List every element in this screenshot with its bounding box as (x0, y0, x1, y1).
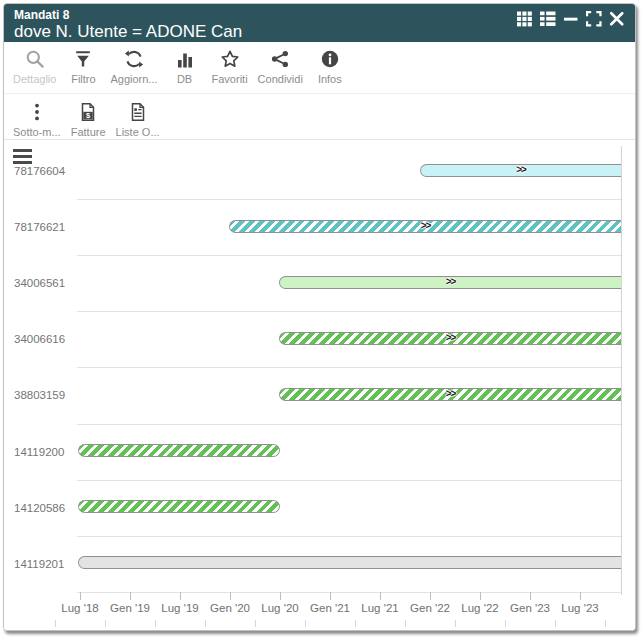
gantt-chart: 78176604>>78176621>>34006561>>34006616>>… (4, 140, 635, 630)
list-doc-icon (128, 101, 148, 123)
gantt-bar[interactable] (78, 444, 280, 457)
minimize-icon[interactable] (563, 11, 579, 26)
gantt-bar[interactable]: >> (279, 276, 621, 289)
bottom-axis-tick (255, 620, 256, 627)
row-separator (77, 592, 622, 593)
toolbar-button-sotto-m[interactable]: Sotto-m... (8, 101, 66, 138)
axis-tick (280, 592, 281, 600)
axis-tick-label: Gen '23 (510, 602, 550, 614)
axis-tick (480, 592, 481, 600)
row-separator (77, 536, 622, 537)
axis-tick-label: Gen '19 (110, 602, 150, 614)
continues-arrow: >> (421, 221, 431, 231)
axis-tick-label: Lug '19 (161, 602, 198, 614)
toolbar-button-fatture[interactable]: $Fatture (66, 101, 111, 138)
toolbar-button-filtro[interactable]: Filtro (61, 48, 105, 85)
toolbar-button-label: Filtro (71, 73, 95, 85)
close-icon[interactable] (609, 11, 625, 26)
bottom-axis-tick (455, 620, 456, 627)
toolbar-button-label: Aggiorn... (110, 73, 157, 85)
app-window: Mandati 8 dove N. Utente = ADONE Can Det… (3, 3, 636, 631)
bottom-axis-tick (155, 620, 156, 627)
star-icon (220, 48, 240, 70)
bar-chart-icon (175, 48, 195, 70)
toolbar-button-infos[interactable]: Infos (308, 48, 352, 85)
toolbar-button-label: Fatture (71, 126, 106, 138)
bottom-axis-tick (605, 620, 606, 627)
kebab-icon (27, 101, 47, 123)
invoice-icon: $ (78, 101, 98, 123)
row-label: 34006561 (14, 277, 65, 289)
gantt-bar[interactable]: >> (420, 164, 621, 177)
grid-view-icon[interactable] (517, 11, 533, 26)
search-icon (25, 48, 45, 70)
filter-icon (73, 48, 93, 70)
axis-tick (180, 592, 181, 600)
row-label: 14120586 (14, 502, 65, 514)
toolbar-button-label: Condividi (258, 73, 303, 85)
axis-tick-label: Lug '22 (461, 602, 498, 614)
bottom-axis-tick (105, 620, 106, 627)
window-controls (517, 11, 625, 26)
row-separator (77, 480, 622, 481)
row-separator (77, 255, 622, 256)
axis-tick-label: Lug '18 (61, 602, 98, 614)
list-view-icon[interactable] (540, 11, 556, 26)
toolbar-button-label: Dettaglio (13, 73, 56, 85)
refresh-icon (124, 48, 144, 70)
plot-right-border (621, 146, 622, 595)
toolbar-button-label: Infos (318, 73, 342, 85)
toolbar-button-label: Liste O... (116, 126, 160, 138)
toolbar-button-condividi[interactable]: Condividi (253, 48, 308, 85)
axis-tick-label: Gen '21 (310, 602, 350, 614)
row-separator (77, 424, 622, 425)
axis-tick-label: Lug '20 (261, 602, 298, 614)
axis-tick-label: Gen '22 (410, 602, 450, 614)
gantt-bar[interactable] (78, 556, 621, 569)
bottom-axis-tick (205, 620, 206, 627)
continues-arrow: >> (446, 333, 456, 343)
titlebar: Mandati 8 dove N. Utente = ADONE Can (4, 4, 635, 42)
gantt-bar[interactable]: >> (279, 332, 621, 345)
bottom-axis-tick (555, 620, 556, 627)
maximize-icon[interactable] (586, 11, 602, 26)
row-separator (77, 367, 622, 368)
bottom-axis-tick (505, 620, 506, 627)
toolbar-button-label: Favoriti (212, 73, 248, 85)
row-label: 38803159 (14, 389, 65, 401)
toolbar-button-dettaglio[interactable]: Dettaglio (8, 48, 61, 85)
row-label: 78176604 (14, 165, 65, 177)
info-icon (320, 48, 340, 70)
row-label: 34006616 (14, 333, 65, 345)
continues-arrow: >> (516, 165, 526, 175)
row-separator (77, 199, 622, 200)
axis-tick (380, 592, 381, 600)
toolbar-button-liste-o[interactable]: Liste O... (111, 101, 165, 138)
axis-tick (330, 592, 331, 600)
gantt-bar[interactable]: >> (229, 220, 621, 233)
row-separator (77, 311, 622, 312)
axis-tick-label: Lug '23 (561, 602, 598, 614)
menu-icon[interactable] (13, 149, 32, 164)
bottom-axis-tick (55, 620, 56, 627)
axis-tick (230, 592, 231, 600)
bottom-axis-tick (355, 620, 356, 627)
axis-tick (430, 592, 431, 600)
axis-tick (130, 592, 131, 600)
toolbar-button-favoriti[interactable]: Favoriti (207, 48, 253, 85)
gantt-bar[interactable] (78, 500, 280, 513)
bottom-axis-tick (405, 620, 406, 627)
axis-tick-label: Gen '20 (210, 602, 250, 614)
axis-tick (80, 592, 81, 600)
axis-tick (530, 592, 531, 600)
toolbar-button-label: Sotto-m... (13, 126, 61, 138)
toolbar-button-db[interactable]: DB (163, 48, 207, 85)
continues-arrow: >> (446, 277, 456, 287)
toolbar-row-1: DettaglioFiltroAggiorn...DBFavoritiCondi… (4, 42, 635, 94)
bottom-axis-tick (305, 620, 306, 627)
gantt-bar[interactable]: >> (279, 388, 621, 401)
row-label: 78176621 (14, 221, 65, 233)
toolbar-button-aggiorn[interactable]: Aggiorn... (105, 48, 162, 85)
axis-tick-label: Lug '21 (361, 602, 398, 614)
share-icon (270, 48, 290, 70)
